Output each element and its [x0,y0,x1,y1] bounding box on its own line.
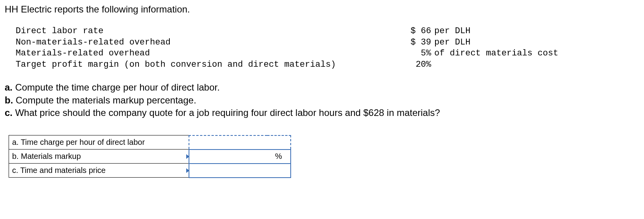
data-unit: per DLH [434,37,639,48]
data-label: Direct labor rate [16,26,391,37]
answer-table: a. Time charge per hour of direct labor … [9,135,291,178]
given-data-block: Direct labor rate $ 66 per DLH Non-mater… [16,26,639,70]
data-value: $ 39 [391,37,434,48]
answer-input-cell-a[interactable] [189,135,291,150]
answer-input-cell-b[interactable] [189,150,267,164]
time-materials-price-input[interactable] [189,164,290,177]
answer-row-b: b. Materials markup % [9,150,291,164]
data-value: 20% [391,59,434,71]
answer-unit: % [267,150,291,164]
question-text: Compute the materials markup percentage. [13,95,196,105]
question-a: a. Compute the time charge per hour of d… [5,81,639,94]
question-letter: b. [5,95,13,105]
data-value: $ 66 [391,26,434,37]
data-label: Target profit margin (on both conversion… [16,59,391,71]
data-row: Materials-related overhead 5% of direct … [16,48,639,59]
question-text: Compute the time charge per hour of dire… [13,82,220,93]
question-text: What price should the company quote for … [13,107,440,118]
triangle-marker-icon [186,154,189,159]
data-unit: of direct materials cost [434,48,639,59]
data-label: Non-materials-related overhead [16,37,391,48]
intro-text: HH Electric reports the following inform… [5,4,639,15]
question-letter: a. [5,82,13,93]
question-c: c. What price should the company quote f… [5,107,639,119]
data-unit: per DLH [434,26,639,37]
answer-row-c: c. Time and materials price [9,164,291,178]
question-letter: c. [5,107,13,118]
data-value: 5% [391,48,434,59]
data-row: Non-materials-related overhead $ 39 per … [16,37,639,48]
time-charge-input[interactable] [189,136,290,149]
triangle-marker-icon [186,168,189,173]
answer-label: c. Time and materials price [9,164,189,178]
data-row: Target profit margin (on both conversion… [16,59,639,71]
questions-block: a. Compute the time charge per hour of d… [5,81,639,119]
data-unit [434,59,639,71]
materials-markup-input[interactable] [189,150,267,163]
answer-input-cell-c[interactable] [189,164,291,178]
question-b: b. Compute the materials markup percenta… [5,94,639,107]
data-label: Materials-related overhead [16,48,391,59]
answer-row-a: a. Time charge per hour of direct labor [9,135,291,150]
answer-label: a. Time charge per hour of direct labor [9,135,189,150]
data-row: Direct labor rate $ 66 per DLH [16,26,639,37]
answer-label: b. Materials markup [9,150,189,164]
